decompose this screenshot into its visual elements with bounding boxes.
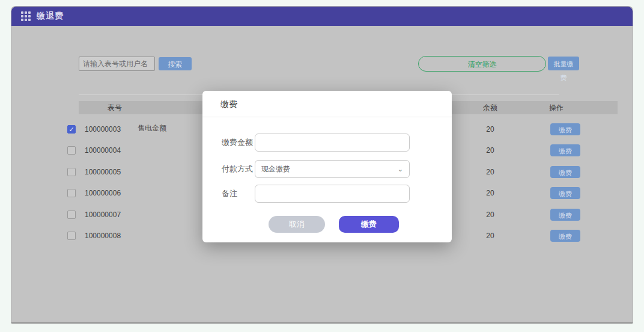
column-header-actions: 操作 (532, 101, 580, 114)
balance-cell: 20 (466, 232, 514, 240)
remark-label: 备注 (222, 185, 237, 203)
amount-label: 缴费金额 (222, 134, 253, 152)
app-header: 缴退费 (11, 7, 633, 26)
meter-no-cell: 100000003 (85, 125, 145, 134)
row-checkbox[interactable] (67, 146, 76, 155)
meter-no-cell: 100000004 (85, 146, 145, 155)
column-header-meter-no: 表号 (91, 101, 139, 114)
balance-cell: 20 (466, 146, 514, 155)
row-checkbox[interactable] (67, 211, 76, 219)
row-checkbox[interactable] (67, 168, 76, 176)
row-checkbox[interactable] (67, 189, 76, 197)
row-pay-button[interactable]: 缴费 (550, 209, 580, 221)
row-pay-button[interactable]: 缴费 (550, 230, 580, 242)
confirm-pay-button[interactable]: 缴费 (339, 216, 399, 233)
cancel-button[interactable]: 取消 (269, 216, 325, 233)
balance-cell: 20 (466, 189, 514, 197)
clear-filter-button[interactable]: 清空筛选 (418, 56, 546, 72)
meter-no-cell: 100000008 (85, 232, 145, 240)
amount-input[interactable] (255, 134, 410, 152)
modal-title: 缴费 (220, 99, 237, 110)
search-input[interactable] (79, 57, 155, 71)
meter-no-cell: 100000007 (85, 211, 145, 219)
payment-method-value: 现金缴费 (261, 165, 290, 173)
remark-input[interactable] (255, 185, 410, 203)
balance-cell: 20 (466, 211, 514, 219)
balance-cell: 20 (466, 168, 514, 176)
row-pay-button[interactable]: 缴费 (550, 166, 580, 178)
row-checkbox[interactable]: ✓ (67, 125, 76, 134)
batch-pay-button[interactable]: 批量缴费 (548, 57, 579, 70)
page-title: 缴退费 (37, 11, 64, 22)
search-button[interactable]: 搜索 (159, 57, 192, 70)
meter-no-cell: 100000006 (85, 189, 145, 197)
balance-cell: 20 (466, 125, 514, 134)
row-pay-button[interactable]: 缴费 (550, 123, 580, 135)
apps-grid-icon[interactable] (21, 11, 31, 21)
modal-divider (202, 117, 452, 117)
row-checkbox[interactable] (67, 232, 76, 240)
note-cell: 售电金额 (138, 124, 210, 132)
app-window: 缴退费 搜索 清空筛选 批量缴费 表号 余额 操作 ✓ 100000003 售电… (11, 6, 633, 324)
row-pay-button[interactable]: 缴费 (550, 144, 580, 156)
row-pay-button[interactable]: 缴费 (550, 187, 580, 199)
payment-method-select[interactable]: 现金缴费 ⌄ (255, 160, 410, 178)
meter-no-cell: 100000005 (85, 168, 145, 176)
pay-modal: 缴费 缴费金额 付款方式 现金缴费 ⌄ 备注 取消 缴费 (202, 91, 452, 242)
chevron-down-icon: ⌄ (398, 161, 403, 177)
column-header-balance: 余额 (466, 101, 514, 114)
payment-method-label: 付款方式 (222, 160, 253, 178)
